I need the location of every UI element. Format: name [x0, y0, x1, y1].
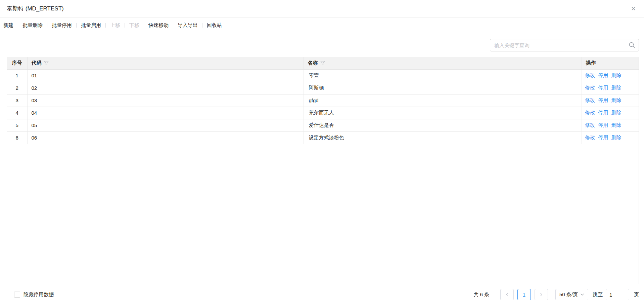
- row-index: 4: [7, 107, 27, 119]
- row-code: 04: [27, 107, 304, 119]
- disable-link[interactable]: 停用: [598, 97, 608, 103]
- search-input[interactable]: [490, 39, 639, 51]
- delete-link[interactable]: 删除: [611, 122, 622, 128]
- row-code: 05: [27, 119, 304, 131]
- table-row: 3 03 gfgd 修改停用删除: [7, 94, 639, 107]
- table-row: 5 05 爱仕达是否 修改停用删除: [7, 119, 639, 131]
- total-count: 共 6 条: [473, 292, 489, 298]
- edit-link[interactable]: 修改: [585, 72, 595, 78]
- dialog-titlebar: 泰斯特 (MD_ERTEST) ✕: [0, 0, 644, 17]
- row-index: 3: [7, 94, 27, 107]
- edit-link[interactable]: 修改: [585, 135, 595, 140]
- row-index: 6: [7, 131, 27, 144]
- col-header-index: 序号: [7, 57, 27, 69]
- chevron-down-icon: [580, 293, 584, 296]
- batch-delete-button[interactable]: 批量删除: [18, 22, 47, 29]
- disable-link[interactable]: 停用: [598, 122, 608, 128]
- table-row: 4 04 莞尔而无人 修改停用删除: [7, 107, 639, 119]
- row-name: 阿斯顿: [304, 82, 582, 94]
- import-export-button[interactable]: 导入导出: [173, 22, 202, 29]
- table-row: 1 01 零壹 修改停用删除: [7, 69, 639, 82]
- toolbar: 新建 批量删除 批量停用 批量启用 上移 下移 快速移动 导入导出 回收站: [0, 17, 644, 33]
- row-code: 03: [27, 94, 304, 107]
- edit-link[interactable]: 修改: [585, 110, 595, 115]
- hide-disabled-label: 隐藏停用数据: [24, 292, 54, 298]
- footer: 隐藏停用数据 共 6 条 1 50 条/页 跳至 页: [0, 284, 644, 305]
- table-row: 2 02 阿斯顿 修改停用删除: [7, 82, 639, 94]
- row-name: gfgd: [304, 94, 582, 107]
- page-size-value: 50 条/页: [559, 292, 578, 298]
- row-actions: 修改停用删除: [582, 131, 639, 144]
- page-size-select[interactable]: 50 条/页: [555, 289, 588, 300]
- chevron-right-icon: [540, 293, 543, 297]
- row-actions: 修改停用删除: [582, 107, 639, 119]
- row-code: 01: [27, 69, 304, 82]
- row-name: 零壹: [304, 69, 582, 82]
- row-index: 5: [7, 119, 27, 131]
- page-unit-label: 页: [634, 292, 639, 298]
- col-header-name-label: 名称: [308, 60, 318, 66]
- row-actions: 修改停用删除: [582, 119, 639, 131]
- disable-link[interactable]: 停用: [598, 135, 608, 140]
- row-index: 2: [7, 82, 27, 94]
- delete-link[interactable]: 删除: [611, 97, 622, 103]
- hide-disabled-checkbox[interactable]: [14, 292, 20, 298]
- row-code: 02: [27, 82, 304, 94]
- page-title: 泰斯特 (MD_ERTEST): [7, 5, 64, 12]
- move-up-button: 上移: [106, 22, 125, 29]
- recycle-bin-button[interactable]: 回收站: [202, 22, 226, 29]
- disable-link[interactable]: 停用: [598, 72, 608, 78]
- close-icon[interactable]: ✕: [631, 6, 636, 12]
- table-row: 6 06 设定方式淡粉色 修改停用删除: [7, 131, 639, 144]
- prev-page-button[interactable]: [500, 289, 514, 300]
- delete-link[interactable]: 删除: [611, 85, 622, 90]
- jump-to-label: 跳至: [593, 292, 603, 298]
- search-row: [0, 33, 644, 57]
- disable-link[interactable]: 停用: [598, 85, 608, 90]
- col-header-code-label: 代码: [32, 60, 42, 66]
- edit-link[interactable]: 修改: [585, 122, 595, 128]
- disable-link[interactable]: 停用: [598, 110, 608, 115]
- batch-enable-button[interactable]: 批量启用: [77, 22, 105, 29]
- col-header-actions: 操作: [582, 57, 639, 69]
- row-name: 爱仕达是否: [304, 119, 582, 131]
- edit-link[interactable]: 修改: [585, 97, 595, 103]
- delete-link[interactable]: 删除: [611, 135, 622, 140]
- batch-disable-button[interactable]: 批量停用: [47, 22, 76, 29]
- col-header-name: 名称: [304, 57, 582, 69]
- row-code: 06: [27, 131, 304, 144]
- row-index: 1: [7, 69, 27, 82]
- quick-move-button[interactable]: 快速移动: [144, 22, 173, 29]
- row-actions: 修改停用删除: [582, 94, 639, 107]
- new-button[interactable]: 新建: [3, 22, 18, 29]
- filter-icon[interactable]: [44, 61, 49, 65]
- row-name: 设定方式淡粉色: [304, 131, 582, 144]
- delete-link[interactable]: 删除: [611, 110, 622, 115]
- chevron-left-icon: [505, 293, 509, 297]
- row-actions: 修改停用删除: [582, 69, 639, 82]
- hide-disabled-option: 隐藏停用数据: [14, 292, 54, 298]
- page-number-button[interactable]: 1: [517, 289, 531, 300]
- search-icon[interactable]: [629, 42, 635, 50]
- data-table: 序号 代码 名称: [7, 57, 639, 144]
- pagination: 共 6 条 1 50 条/页 跳至 页: [473, 289, 639, 300]
- table-header-row: 序号 代码 名称: [7, 57, 639, 69]
- col-header-code: 代码: [27, 57, 304, 69]
- data-table-container: 序号 代码 名称: [7, 57, 639, 284]
- row-actions: 修改停用删除: [582, 82, 639, 94]
- next-page-button[interactable]: [535, 289, 548, 300]
- filter-icon[interactable]: [320, 61, 325, 65]
- row-name: 莞尔而无人: [304, 107, 582, 119]
- move-down-button: 下移: [125, 22, 144, 29]
- search-box: [490, 39, 639, 51]
- delete-link[interactable]: 删除: [611, 72, 622, 78]
- edit-link[interactable]: 修改: [585, 85, 595, 90]
- jump-page-input[interactable]: [606, 289, 629, 300]
